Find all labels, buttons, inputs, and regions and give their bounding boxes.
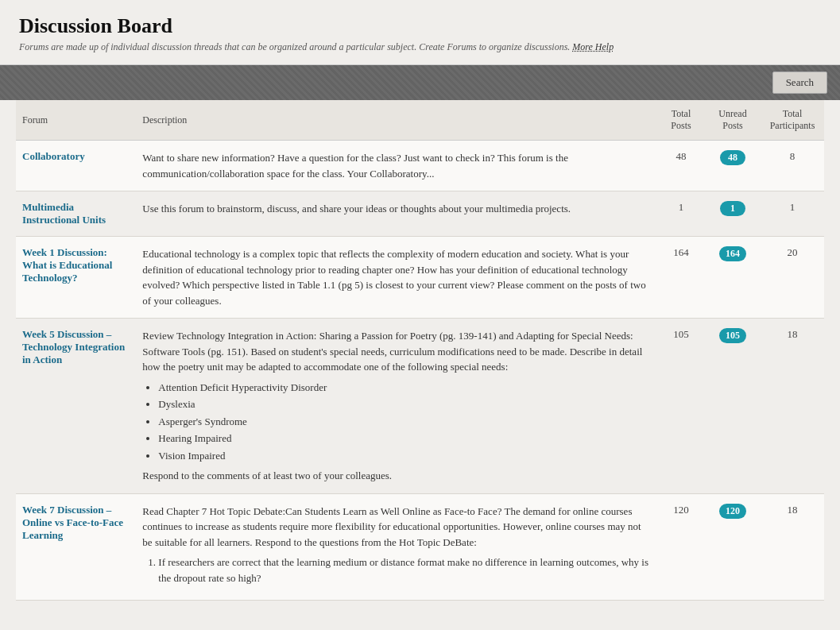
participants-week5: 18 <box>761 319 824 494</box>
unread-posts-collaboratory: 48 <box>705 141 761 191</box>
forum-desc-week7: Read Chapter 7 Hot Topic Debate:Can Stud… <box>136 493 657 601</box>
participants-week1: 20 <box>761 237 824 319</box>
list-item: Hearing Impaired <box>158 431 651 446</box>
participants-week7: 18 <box>761 493 824 601</box>
forum-table: Forum Description TotalPosts UnreadPosts… <box>16 100 824 601</box>
list-item: Vision Impaired <box>158 448 651 464</box>
forum-name-collaboratory[interactable]: Collaboratory <box>22 150 130 163</box>
toolbar: Search <box>0 65 840 100</box>
col-header-total-participants: TotalParticipants <box>761 100 824 141</box>
table-row: Multimedia Instructional UnitsUse this f… <box>16 191 824 237</box>
more-help-link[interactable]: More Help <box>572 41 614 52</box>
forum-desc-collaboratory: Want to share new information? Have a qu… <box>136 141 657 191</box>
unread-badge-week5: 105 <box>719 328 746 343</box>
table-row: CollaboratoryWant to share new informati… <box>16 141 824 191</box>
list-item: If researchers are correct that the lear… <box>158 555 651 586</box>
col-header-total-posts: TotalPosts <box>657 100 705 141</box>
table-row: Week 1 Discussion: What is Educational T… <box>16 237 824 319</box>
table-header-row: Forum Description TotalPosts UnreadPosts… <box>16 100 824 141</box>
forum-desc-week1: Educational technology is a complex topi… <box>136 237 657 319</box>
total-posts-week5: 105 <box>657 319 705 494</box>
page-title: Discussion Board <box>19 14 821 38</box>
forum-desc-week5: Review Technology Integration in Action:… <box>136 319 657 494</box>
list-item: Dyslexia <box>158 396 651 412</box>
unread-posts-week5: 105 <box>705 319 761 494</box>
total-posts-week1: 164 <box>657 237 705 319</box>
list-item: Attention Deficit Hyperactivity Disorder <box>158 380 651 396</box>
total-posts-collaboratory: 48 <box>657 141 705 191</box>
table-row: Week 5 Discussion – Technology Integrati… <box>16 319 824 494</box>
total-posts-multimedia: 1 <box>657 191 705 237</box>
total-posts-week7: 120 <box>657 493 705 601</box>
page-header: Discussion Board Forums are made up of i… <box>0 0 840 65</box>
main-content: Forum Description TotalPosts UnreadPosts… <box>0 100 840 616</box>
unread-posts-week7: 120 <box>705 493 761 601</box>
list-item: Asperger's Syndrome <box>158 414 651 430</box>
forum-name-multimedia[interactable]: Multimedia Instructional Units <box>22 201 130 226</box>
unread-badge-multimedia: 1 <box>720 201 745 216</box>
unread-badge-week1: 164 <box>719 246 746 261</box>
forum-name-week1[interactable]: Week 1 Discussion: What is Educational T… <box>22 246 130 284</box>
col-header-unread-posts: UnreadPosts <box>705 100 761 141</box>
page-subtitle: Forums are made up of individual discuss… <box>19 41 821 53</box>
unread-badge-collaboratory: 48 <box>720 150 745 165</box>
search-button[interactable]: Search <box>772 72 827 94</box>
forum-name-week7[interactable]: Week 7 Discussion – Online vs Face-to-Fa… <box>22 504 130 542</box>
unread-posts-week1: 164 <box>705 237 761 319</box>
col-header-description: Description <box>136 100 657 141</box>
forum-desc-multimedia: Use this forum to brainstorm, discuss, a… <box>136 191 657 237</box>
participants-collaboratory: 8 <box>761 141 824 191</box>
unread-badge-week7: 120 <box>719 504 746 519</box>
forum-name-week5[interactable]: Week 5 Discussion – Technology Integrati… <box>22 328 130 366</box>
unread-posts-multimedia: 1 <box>705 191 761 237</box>
table-row: Week 7 Discussion – Online vs Face-to-Fa… <box>16 493 824 601</box>
col-header-forum: Forum <box>16 100 136 141</box>
participants-multimedia: 1 <box>761 191 824 237</box>
